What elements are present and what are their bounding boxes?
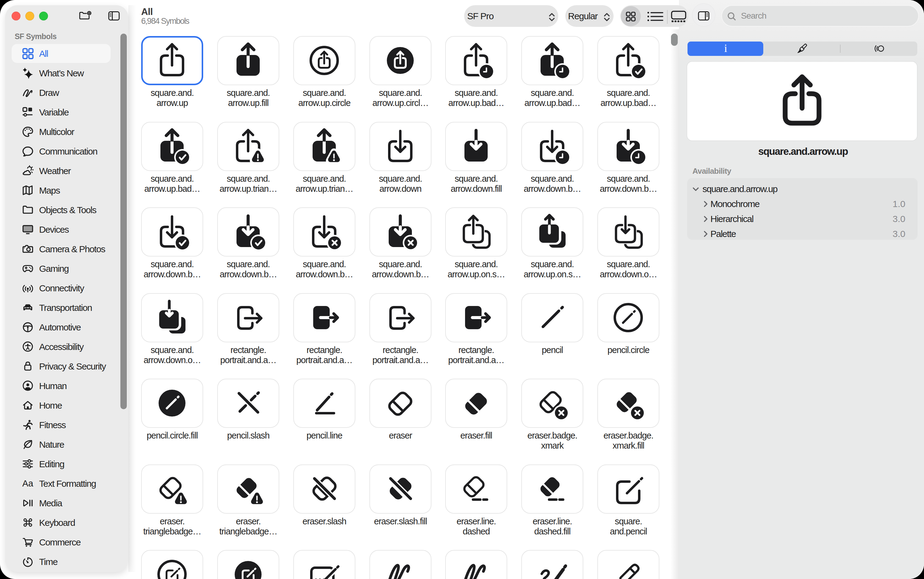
svg-text:Aa: Aa <box>22 479 33 488</box>
